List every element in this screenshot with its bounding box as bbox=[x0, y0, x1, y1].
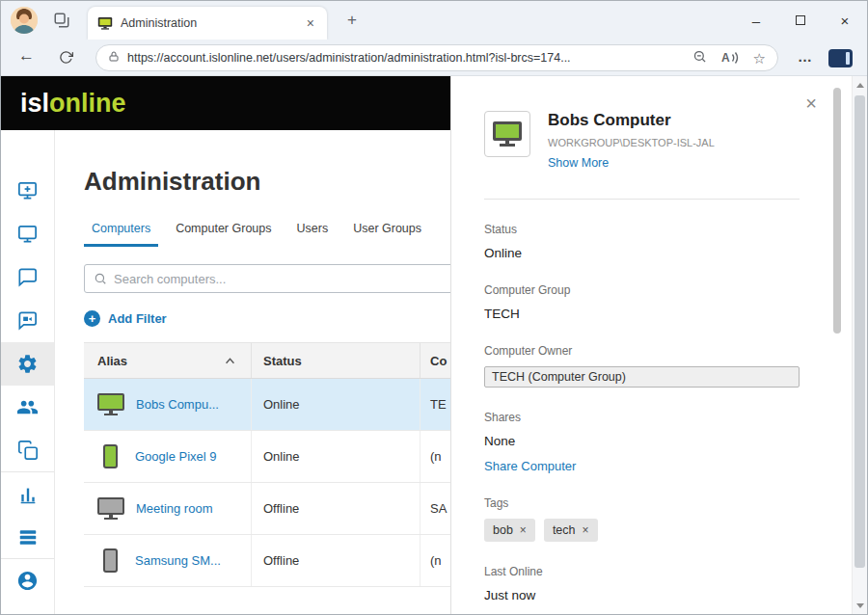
back-button[interactable]: ← bbox=[18, 46, 35, 66]
computers-table: Alias Status Co Bobs Compu... Online TE bbox=[84, 342, 450, 587]
column-header-status[interactable]: Status bbox=[252, 343, 420, 378]
group-cell: (n bbox=[420, 431, 450, 482]
page-title: Administration bbox=[84, 167, 450, 197]
table-row[interactable]: Samsung SM... Offline (n bbox=[84, 535, 450, 587]
computer-detail-panel: × Bobs Computer WORKGROUP\DESKTOP-ISL-JA… bbox=[450, 76, 854, 614]
minimize-button[interactable]: – bbox=[734, 1, 778, 40]
islonline-logo: islonline bbox=[20, 89, 126, 119]
search-icon bbox=[94, 272, 107, 285]
computer-icon bbox=[16, 223, 39, 245]
users-icon bbox=[16, 396, 39, 418]
sidebar-item-reports[interactable] bbox=[1, 472, 54, 516]
close-button[interactable]: × bbox=[823, 1, 867, 40]
search-input[interactable] bbox=[114, 272, 450, 286]
remove-tag-icon[interactable]: × bbox=[520, 523, 527, 537]
sidebar-item-chat[interactable] bbox=[1, 255, 54, 299]
tab-users[interactable]: Users bbox=[289, 222, 337, 247]
panel-divider bbox=[484, 199, 800, 200]
computer-link[interactable]: Google Pixel 9 bbox=[135, 449, 217, 464]
chat-icon bbox=[16, 266, 39, 288]
group-cell: SA bbox=[420, 483, 450, 534]
alias-cell: Bobs Compu... bbox=[84, 379, 252, 430]
address-bar[interactable]: https://account.islonline.net/users/admi… bbox=[95, 44, 778, 71]
add-filter-button[interactable]: + Add Filter bbox=[84, 310, 450, 327]
sound-waves-icon bbox=[731, 51, 739, 65]
tag-chip: tech × bbox=[544, 519, 598, 542]
alias-cell: Google Pixel 9 bbox=[84, 431, 252, 482]
sidebar-item-sessions[interactable] bbox=[1, 429, 54, 472]
tag-label: bob bbox=[493, 523, 513, 537]
sidebar-item-account[interactable] bbox=[1, 559, 54, 602]
plus-glyph: + bbox=[89, 312, 96, 325]
computer-link[interactable]: Meeting room bbox=[136, 501, 212, 516]
page-scrollbar-thumb[interactable] bbox=[854, 95, 865, 568]
computer-link[interactable]: Bobs Compu... bbox=[136, 397, 219, 412]
tab-computers[interactable]: Computers bbox=[84, 222, 158, 247]
favorites-star-icon[interactable]: ☆ bbox=[753, 51, 766, 66]
phone-online-icon bbox=[103, 444, 118, 468]
main-content: Administration Computers Computer Groups… bbox=[55, 130, 450, 614]
status-cell: Offline bbox=[252, 535, 420, 586]
arrow-down-icon bbox=[856, 603, 864, 608]
column-header-group[interactable]: Co bbox=[420, 343, 450, 378]
browser-navbar: ← https://account.islonline.net/users/ad… bbox=[1, 40, 867, 76]
panel-scrollbar-thumb[interactable] bbox=[833, 88, 841, 334]
browser-tab[interactable]: Administration × bbox=[88, 7, 327, 40]
status-field: Status Online bbox=[484, 223, 800, 260]
computer-owner-select[interactable]: TECH (Computer Group) bbox=[484, 366, 800, 388]
sidebar-item-video-chat[interactable] bbox=[1, 299, 54, 342]
browser-menu-button[interactable]: … bbox=[798, 48, 813, 65]
sidebar-item-logs[interactable] bbox=[1, 516, 54, 559]
sidebar-item-users[interactable] bbox=[1, 386, 54, 429]
share-computer-link[interactable]: Share Computer bbox=[484, 459, 800, 473]
remove-tag-icon[interactable]: × bbox=[583, 523, 589, 537]
panel-scrollbar bbox=[833, 88, 841, 602]
column-header-alias[interactable]: Alias bbox=[84, 343, 252, 378]
maximize-button[interactable] bbox=[778, 1, 823, 40]
refresh-button[interactable] bbox=[59, 50, 73, 68]
status-label: Status bbox=[484, 223, 800, 236]
tags-label: Tags bbox=[484, 496, 800, 510]
group-cell: (n bbox=[420, 535, 450, 586]
workspaces-button[interactable] bbox=[53, 12, 70, 29]
show-more-link[interactable]: Show More bbox=[548, 156, 715, 170]
address-bar-actions: A ☆ bbox=[692, 49, 766, 67]
sidebar-split-button[interactable] bbox=[828, 49, 853, 67]
zoom-icon[interactable] bbox=[692, 49, 707, 67]
computer-offline-icon bbox=[95, 497, 126, 520]
scroll-up-button[interactable] bbox=[853, 78, 867, 92]
computer-link[interactable]: Samsung SM... bbox=[135, 553, 221, 568]
copy-icon bbox=[17, 440, 39, 461]
tab-close-icon[interactable]: × bbox=[304, 15, 317, 31]
last-online-field: Last Online Just now bbox=[484, 565, 800, 602]
page-scrollbar bbox=[852, 76, 867, 614]
shares-value: None bbox=[484, 434, 800, 448]
scroll-down-button[interactable] bbox=[853, 599, 867, 612]
computer-online-icon bbox=[492, 121, 523, 147]
table-row[interactable]: Bobs Compu... Online TE bbox=[84, 379, 450, 431]
panel-close-icon[interactable]: × bbox=[805, 94, 817, 113]
tag-chips: bob × tech × bbox=[484, 519, 800, 542]
tab-user-groups[interactable]: User Groups bbox=[345, 222, 429, 247]
computer-owner-label: Computer Owner bbox=[484, 344, 800, 358]
app-sidebar bbox=[1, 130, 55, 614]
account-icon bbox=[16, 570, 39, 592]
table-row[interactable]: Google Pixel 9 Online (n bbox=[84, 431, 450, 483]
new-tab-button[interactable]: + bbox=[340, 9, 364, 32]
profile-avatar[interactable] bbox=[11, 7, 38, 34]
panel-header: Bobs Computer WORKGROUP\DESKTOP-ISL-JAL … bbox=[484, 111, 800, 170]
table-header: Alias Status Co bbox=[84, 342, 450, 379]
tab-computer-groups[interactable]: Computer Groups bbox=[168, 222, 279, 247]
read-aloud-button[interactable]: A bbox=[721, 51, 739, 65]
site-info-lock-icon[interactable] bbox=[108, 49, 120, 67]
table-row[interactable]: Meeting room Offline SA bbox=[84, 483, 450, 535]
sidebar-item-settings[interactable] bbox=[1, 342, 54, 386]
app-header: islonline bbox=[1, 76, 450, 130]
computer-group-label: Computer Group bbox=[484, 283, 800, 297]
video-chat-icon bbox=[16, 309, 39, 332]
sidebar-item-add-computer[interactable] bbox=[1, 169, 54, 212]
alias-cell: Meeting room bbox=[84, 483, 252, 534]
computer-owner-field: Computer Owner TECH (Computer Group) bbox=[484, 344, 800, 388]
sidebar-item-computers[interactable] bbox=[1, 212, 54, 255]
phone-offline-icon bbox=[103, 548, 118, 573]
